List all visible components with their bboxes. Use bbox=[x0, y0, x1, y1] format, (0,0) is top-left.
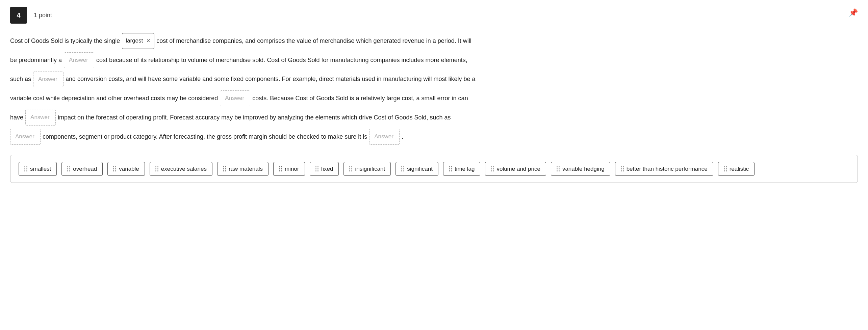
question-line-1: Cost of Goods Sold is typically the sing… bbox=[10, 33, 858, 49]
text-segment: impact on the forecast of operating prof… bbox=[58, 110, 451, 125]
text-segment: components, segment or product category.… bbox=[43, 130, 367, 144]
drag-option-label: executive salaries bbox=[161, 164, 207, 173]
drag-option-label: variable bbox=[119, 164, 139, 173]
question-line-5: have Answer impact on the forecast of op… bbox=[10, 110, 858, 126]
text-segment: . bbox=[402, 130, 403, 144]
drag-option-label: realistic bbox=[730, 164, 749, 173]
drag-dots-icon bbox=[621, 166, 624, 171]
text-segment: such as bbox=[10, 72, 31, 86]
question-number: 4 bbox=[10, 7, 27, 24]
drag-option-label: raw materials bbox=[229, 164, 263, 173]
drag-dots-icon bbox=[24, 166, 27, 171]
drag-option-fixed[interactable]: fixed bbox=[310, 162, 339, 176]
drag-dots-icon bbox=[223, 166, 226, 171]
answer-drop-zone-6[interactable]: Answer bbox=[369, 129, 400, 145]
question-line-6: Answer components, segment or product ca… bbox=[10, 129, 858, 145]
drag-option-variable[interactable]: variable bbox=[107, 162, 145, 176]
question-line-4: variable cost while depreciation and oth… bbox=[10, 90, 858, 106]
drag-dots-icon bbox=[491, 166, 494, 171]
drag-option-raw-materials[interactable]: raw materials bbox=[217, 162, 269, 176]
drag-option-variable-hedging[interactable]: variable hedging bbox=[551, 162, 610, 176]
drag-dots-icon bbox=[67, 166, 70, 171]
text-segment: variable cost while depreciation and oth… bbox=[10, 91, 218, 106]
drag-dots-icon bbox=[449, 166, 452, 171]
drag-option-significant[interactable]: significant bbox=[395, 162, 438, 176]
question-header: 4 1 point bbox=[10, 7, 858, 24]
drag-option-overhead[interactable]: overhead bbox=[61, 162, 103, 176]
drag-option-label: overhead bbox=[73, 164, 97, 173]
drag-option-better-than-historic-performance[interactable]: better than historic performance bbox=[615, 162, 713, 176]
text-segment: and conversion costs, and will have some… bbox=[66, 72, 476, 86]
question-line-3: such as Answer and conversion costs, and… bbox=[10, 72, 858, 87]
text-segment: have bbox=[10, 110, 23, 125]
drag-dots-icon bbox=[113, 166, 116, 171]
drag-option-label: minor bbox=[285, 164, 299, 173]
text-segment: cost of merchandise companies, and compr… bbox=[156, 34, 471, 48]
answer-drop-zone-1[interactable]: Answer bbox=[64, 52, 94, 68]
drag-option-label: smallest bbox=[30, 164, 51, 173]
drag-dots-icon bbox=[557, 166, 560, 171]
drag-dots-icon bbox=[349, 166, 352, 171]
drag-dots-icon bbox=[315, 166, 318, 171]
remove-answer-button[interactable]: ✕ bbox=[145, 38, 151, 44]
drag-option-executive-salaries[interactable]: executive salaries bbox=[150, 162, 212, 176]
drag-dots-icon bbox=[401, 166, 404, 171]
text-segment: costs. Because Cost of Goods Sold is a r… bbox=[252, 91, 468, 106]
drag-option-volume-and-price[interactable]: volume and price bbox=[485, 162, 546, 176]
question-container: 4 1 point 📌 Cost of Goods Sold is typica… bbox=[0, 0, 868, 190]
drag-option-label: volume and price bbox=[496, 164, 540, 173]
drag-option-realistic[interactable]: realistic bbox=[718, 162, 755, 176]
text-segment: Cost of Goods Sold is typically the sing… bbox=[10, 34, 120, 48]
answer-drop-zone-5[interactable]: Answer bbox=[10, 129, 41, 145]
drag-option-label: fixed bbox=[321, 164, 333, 173]
filled-tag-text: largest bbox=[126, 34, 143, 48]
drag-option-label: time lag bbox=[455, 164, 475, 173]
drag-dots-icon bbox=[155, 166, 158, 171]
drag-dots-icon bbox=[724, 166, 727, 171]
text-segment: cost because of its relationship to volu… bbox=[96, 53, 467, 67]
question-line-2: be predominantly a Answer cost because o… bbox=[10, 52, 858, 68]
question-points: 1 point bbox=[34, 10, 52, 20]
drag-option-label: better than historic performance bbox=[627, 164, 708, 173]
drag-option-insignificant[interactable]: insignificant bbox=[343, 162, 391, 176]
answer-drop-zone-4[interactable]: Answer bbox=[25, 110, 56, 126]
drag-options-container: smallest overhead variable executive sal… bbox=[10, 155, 858, 183]
filled-answer-largest[interactable]: largest ✕ bbox=[122, 33, 154, 49]
drag-option-label: variable hedging bbox=[562, 164, 605, 173]
text-segment: be predominantly a bbox=[10, 53, 62, 67]
drag-option-smallest[interactable]: smallest bbox=[19, 162, 57, 176]
pin-icon[interactable]: 📌 bbox=[849, 7, 858, 19]
drag-option-minor[interactable]: minor bbox=[273, 162, 305, 176]
drag-dots-icon bbox=[279, 166, 282, 171]
drag-option-label: insignificant bbox=[355, 164, 385, 173]
answer-drop-zone-3[interactable]: Answer bbox=[220, 90, 250, 106]
drag-option-label: significant bbox=[407, 164, 433, 173]
question-body: Cost of Goods Sold is typically the sing… bbox=[10, 33, 858, 145]
drag-option-time-lag[interactable]: time lag bbox=[443, 162, 481, 176]
answer-drop-zone-2[interactable]: Answer bbox=[33, 72, 63, 87]
